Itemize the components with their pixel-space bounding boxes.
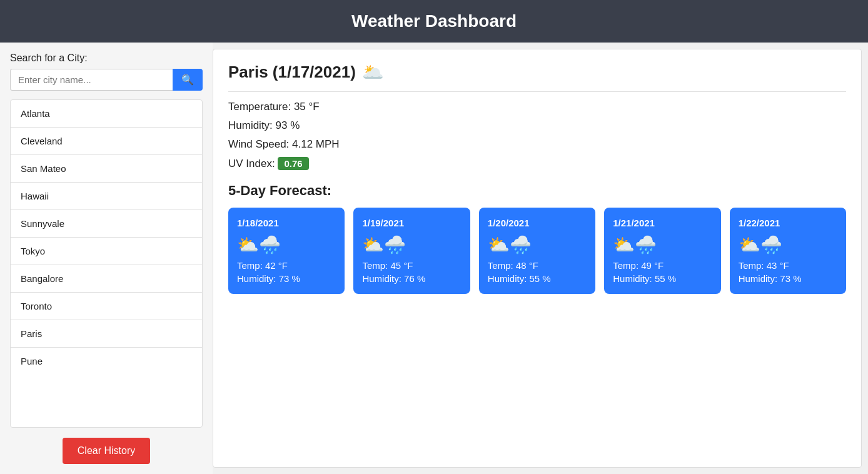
forecast-card-temp: Temp: 49 °F <box>613 260 712 271</box>
uv-index-label: UV Index: <box>228 158 275 169</box>
forecast-card-temp: Temp: 43 °F <box>739 260 837 271</box>
forecast-card-humidity: Humidity: 55 % <box>613 273 712 284</box>
clear-history-button[interactable]: Clear History <box>63 438 150 464</box>
forecast-card-humidity: Humidity: 55 % <box>488 273 587 284</box>
forecast-card-icon: ⛅🌧️ <box>237 234 336 255</box>
main-layout: Search for a City: 🔍 AtlantaClevelandSan… <box>0 43 868 474</box>
city-list-item[interactable]: Tokyo <box>11 238 202 265</box>
city-list-item[interactable]: Cleveland <box>11 128 202 155</box>
forecast-card-date: 1/21/2021 <box>613 218 712 228</box>
wind-speed-detail: Wind Speed: 4.12 MPH <box>228 138 846 151</box>
forecast-title: 5-Day Forecast: <box>228 183 846 199</box>
city-list-item[interactable]: Hawaii <box>11 183 202 210</box>
forecast-card-humidity: Humidity: 73 % <box>739 273 837 284</box>
city-list: AtlantaClevelandSan MateoHawaiiSunnyvale… <box>10 99 203 428</box>
forecast-card-temp: Temp: 45 °F <box>362 260 461 271</box>
forecast-card-humidity: Humidity: 73 % <box>237 273 336 284</box>
sidebar: Search for a City: 🔍 AtlantaClevelandSan… <box>0 43 213 474</box>
city-header: Paris (1/17/2021) 🌥️ <box>228 62 846 92</box>
city-list-item[interactable]: Pune <box>11 348 202 375</box>
forecast-card-date: 1/19/2021 <box>362 218 461 228</box>
city-date-title: Paris (1/17/2021) <box>228 63 356 82</box>
city-list-item[interactable]: Toronto <box>11 293 202 320</box>
search-input[interactable] <box>10 69 173 91</box>
forecast-card-temp: Temp: 48 °F <box>488 260 587 271</box>
search-button[interactable]: 🔍 <box>173 69 203 91</box>
forecast-card-icon: ⛅🌧️ <box>739 234 837 255</box>
search-label: Search for a City: <box>10 53 203 64</box>
search-row: 🔍 <box>10 69 203 91</box>
forecast-card-temp: Temp: 42 °F <box>237 260 336 271</box>
forecast-card: 1/21/2021 ⛅🌧️ Temp: 49 °F Humidity: 55 % <box>604 208 720 294</box>
forecast-card-date: 1/22/2021 <box>739 218 837 228</box>
forecast-card-date: 1/18/2021 <box>237 218 336 228</box>
forecast-card: 1/19/2021 ⛅🌧️ Temp: 45 °F Humidity: 76 % <box>353 208 470 294</box>
temperature-detail: Temperature: 35 °F <box>228 101 846 113</box>
forecast-card-icon: ⛅🌧️ <box>362 234 461 255</box>
main-content: Paris (1/17/2021) 🌥️ Temperature: 35 °F … <box>213 49 862 468</box>
app-header: Weather Dashboard <box>0 0 868 43</box>
forecast-card-icon: ⛅🌧️ <box>613 234 712 255</box>
city-list-item[interactable]: San Mateo <box>11 155 202 183</box>
forecast-card-icon: ⛅🌧️ <box>488 234 587 255</box>
forecast-card: 1/18/2021 ⛅🌧️ Temp: 42 °F Humidity: 73 % <box>228 208 345 294</box>
forecast-card: 1/20/2021 ⛅🌧️ Temp: 48 °F Humidity: 55 % <box>479 208 595 294</box>
forecast-cards: 1/18/2021 ⛅🌧️ Temp: 42 °F Humidity: 73 %… <box>228 208 846 294</box>
uv-index-detail: UV Index: 0.76 <box>228 157 846 170</box>
forecast-section: 5-Day Forecast: 1/18/2021 ⛅🌧️ Temp: 42 °… <box>228 183 846 294</box>
city-list-item[interactable]: Atlanta <box>11 100 202 128</box>
city-list-item[interactable]: Paris <box>11 320 202 348</box>
forecast-card-humidity: Humidity: 76 % <box>362 273 461 284</box>
humidity-detail: Humidity: 93 % <box>228 119 846 132</box>
app-title: Weather Dashboard <box>351 11 517 31</box>
search-icon: 🔍 <box>181 74 194 85</box>
city-list-item[interactable]: Bangalore <box>11 265 202 293</box>
uv-index-badge: 0.76 <box>278 157 308 170</box>
current-weather-icon: 🌥️ <box>362 62 384 83</box>
forecast-card-date: 1/20/2021 <box>488 218 587 228</box>
forecast-card: 1/22/2021 ⛅🌧️ Temp: 43 °F Humidity: 73 % <box>730 208 846 294</box>
city-list-item[interactable]: Sunnyvale <box>11 210 202 238</box>
